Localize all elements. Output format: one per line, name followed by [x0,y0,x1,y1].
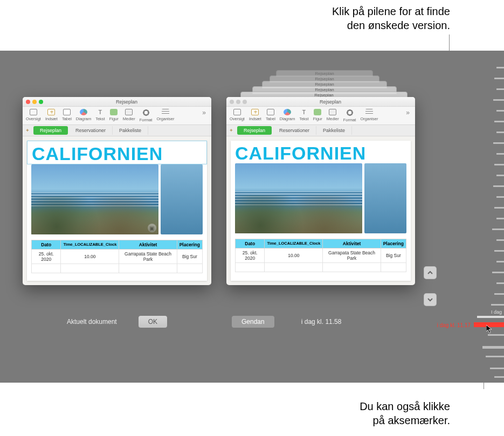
tab-pakkeliste[interactable]: Pakkeliste [113,126,148,135]
toolbar-text[interactable]: TTekst [299,109,309,122]
toolbar-chart[interactable]: Diagram [280,109,295,122]
version-document-window: Rejseplan Oversigt +Indsæt Tabel Diagram… [226,97,415,285]
toolbar-shape[interactable]: Figur [313,109,322,122]
timeline-tick[interactable] [496,218,504,219]
version-timeline[interactable]: I dag i dag kl. 11.17 [472,51,504,383]
table-header[interactable]: Placering [177,240,202,250]
toolbar-media[interactable]: Medier [327,109,339,122]
timeline-tick[interactable] [494,78,504,79]
toolbar-label: Indsæt [249,116,261,121]
restore-button[interactable]: Gendan [232,316,274,328]
ok-button[interactable]: OK [139,316,167,328]
toolbar-media[interactable]: Medier [123,109,135,122]
close-icon[interactable] [26,100,30,104]
table-cell: Big Sur [381,248,406,263]
toolbar-organize[interactable]: Organiser [360,109,378,122]
toolbar: Oversigt +Indsæt Tabel Diagram TTekst Fi… [23,107,211,125]
timeline-tick[interactable] [496,67,504,68]
timeline-tick[interactable] [496,175,504,176]
tab-rejseplan[interactable]: Rejseplan [237,126,272,135]
toolbar-organize[interactable]: Organiser [156,109,174,122]
table-row[interactable]: 25. okt. 2020 10.00 Garrapata State Beac… [32,250,203,264]
minimize-icon[interactable] [32,100,37,104]
timeline-tick[interactable] [494,250,504,252]
timeline-tick[interactable] [496,153,504,155]
toolbar-table[interactable]: Tabel [62,109,72,122]
toolbar-more-icon[interactable]: » [200,109,208,122]
itinerary-table[interactable]: Dato Time_LOCALIZABLE_Clock Aktivitet Pl… [31,240,203,273]
table-cell[interactable]: 10.00 [61,250,119,264]
timeline-tick[interactable] [493,99,504,101]
table-header: Placering [381,239,406,248]
timeline-tick[interactable] [494,207,504,209]
toolbar-overview[interactable]: Oversigt [230,109,245,122]
toolbar-insert[interactable]: +Indsæt [45,109,58,122]
timeline-tick[interactable] [496,261,504,262]
timeline-tick[interactable] [496,110,504,112]
timeline-tick[interactable] [486,356,504,357]
timeline-tick[interactable] [490,368,504,369]
timeline-tick[interactable] [496,88,504,90]
timeline-tick[interactable] [477,316,504,318]
titlebar: Rejseplan [226,97,415,107]
zoom-icon[interactable] [39,100,43,104]
toolbar-chart[interactable]: Diagram [76,109,91,122]
image-icon[interactable]: ▣ [148,224,156,232]
tab-rejseplan[interactable]: Rejseplan [33,126,68,135]
hero-image[interactable]: ▣ [31,164,158,234]
timeline-tick[interactable] [496,196,504,198]
toolbar-overview[interactable]: Oversigt [26,109,41,122]
table-row: 25. okt. 2020 10.00 Garrapata State Beac… [236,248,406,263]
timeline-tick[interactable] [494,293,504,295]
timeline-tick[interactable] [488,334,504,336]
version-previous-button[interactable] [424,266,437,279]
table-header[interactable]: Aktivitet [119,240,177,250]
page-headline[interactable]: CALIFORNIEN [27,141,207,164]
toolbar-format[interactable]: Format [140,109,153,122]
toolbar-insert[interactable]: +Indsæt [249,109,261,122]
tab-pakkeliste[interactable]: Pakkeliste [316,126,352,135]
timeline-tick-selected[interactable] [474,322,504,327]
tab-reservationer[interactable]: Reservationer [273,126,316,135]
timeline-tick[interactable] [496,132,504,133]
table-cell[interactable]: 25. okt. 2020 [32,250,61,264]
timeline-tick[interactable] [496,239,504,241]
table-cell[interactable]: Garrapata State Beach Park [119,250,177,264]
timeline-tick[interactable] [493,142,504,144]
timeline-tick[interactable] [491,304,504,306]
table-header[interactable]: Time_LOCALIZABLE_Clock [61,240,119,250]
timeline-tick[interactable] [494,121,504,122]
add-sheet-button[interactable]: + [23,128,32,133]
table-row[interactable] [32,264,203,273]
toolbar-label: Indsæt [45,116,58,121]
timeline-tick[interactable] [492,272,504,273]
table-row [236,263,406,272]
table-cell[interactable]: Big Sur [177,250,202,264]
toolbar-label: Format [343,117,356,122]
toolbar-table[interactable]: Tabel [266,109,275,122]
version-next-button[interactable] [424,293,437,306]
timeline-tick[interactable] [492,229,504,230]
table-header: Time_LOCALIZABLE_Clock [265,239,323,248]
toolbar-label: Tabel [266,116,275,121]
table-header[interactable]: Dato [32,240,61,250]
traffic-lights [26,100,43,104]
toolbar-shape[interactable]: Figur [109,109,119,122]
toolbar-format[interactable]: Format [343,109,356,122]
timeline-tick[interactable] [494,164,504,165]
timeline-tick[interactable] [493,185,504,187]
timeline-today-label: I dag [491,309,502,315]
callout-bottom: Du kan også klikke på aksemærker. [288,399,450,427]
secondary-image[interactable] [161,164,203,234]
toolbar-text[interactable]: TTekst [95,109,105,122]
add-sheet-button[interactable]: + [226,128,236,133]
toolbar-label: Oversigt [230,116,245,121]
toolbar-label: Tekst [95,116,105,121]
table-cell: Garrapata State Beach Park [323,248,381,263]
timeline-tick[interactable] [496,282,504,284]
traffic-lights [230,100,247,104]
timeline-tick[interactable] [482,346,504,349]
timeline-tick[interactable] [494,376,504,378]
tab-reservationer[interactable]: Reservationer [69,126,113,135]
toolbar-more-icon[interactable]: » [404,109,412,122]
